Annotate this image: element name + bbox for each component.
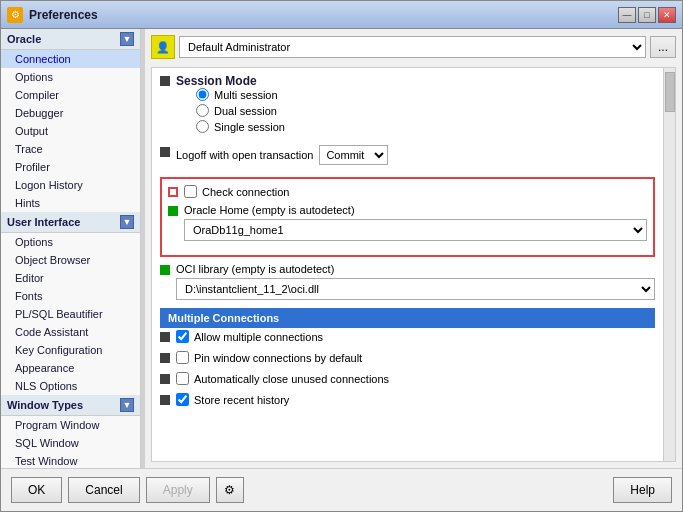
- sidebar-item-output[interactable]: Output: [1, 122, 140, 140]
- sidebar-item-key-configuration[interactable]: Key Configuration: [1, 341, 140, 359]
- right-panel: 👤 Default Administrator ...: [145, 29, 682, 468]
- allow-multiple-checkbox[interactable]: [176, 330, 189, 343]
- pin-window-row[interactable]: Pin window connections by default: [176, 351, 362, 364]
- oracle-group-label: Oracle: [7, 33, 41, 45]
- ok-button[interactable]: OK: [11, 477, 62, 503]
- oracle-home-row: Oracle Home (empty is autodetect) OraDb1…: [168, 204, 647, 245]
- sidebar-item-connection[interactable]: Connection: [1, 50, 140, 68]
- window-icon: ⚙: [7, 7, 23, 23]
- sidebar-item-editor[interactable]: Editor: [1, 269, 140, 287]
- sidebar-item-appearance[interactable]: Appearance: [1, 359, 140, 377]
- settings-scroll-area[interactable]: Session Mode Multi session Dual session: [152, 68, 663, 461]
- help-button[interactable]: Help: [613, 477, 672, 503]
- allow-multiple-text: Allow multiple connections: [194, 331, 323, 343]
- pin-window-section: Pin window connections by default: [160, 351, 655, 368]
- sidebar-item-trace[interactable]: Trace: [1, 140, 140, 158]
- oracle-home-section: Oracle Home (empty is autodetect) OraDb1…: [168, 204, 647, 245]
- auto-close-text: Automatically close unused connections: [194, 373, 389, 385]
- more-options-button[interactable]: ...: [650, 36, 676, 58]
- oracle-home-dropdown-wrapper: OraDb11g_home1: [184, 219, 647, 241]
- cancel-button[interactable]: Cancel: [68, 477, 139, 503]
- check-connection-label-row[interactable]: Check connection: [184, 185, 289, 198]
- multiple-connections-row[interactable]: Multiple Connections: [160, 308, 655, 328]
- sidebar-item-nls-options[interactable]: NLS Options: [1, 377, 140, 395]
- profile-dropdown[interactable]: Default Administrator: [179, 36, 646, 58]
- session-mode-icon: [160, 76, 170, 86]
- oracle-group-arrow: ▼: [120, 32, 134, 46]
- connection-box: Check connection Oracle Home (empty is a…: [160, 177, 655, 257]
- sidebar-item-options[interactable]: Options: [1, 68, 140, 86]
- radio-dual-session-label: Dual session: [214, 105, 277, 117]
- window-types-group-label: Window Types: [7, 399, 83, 411]
- store-history-row[interactable]: Store recent history: [176, 393, 289, 406]
- sidebar-item-ui-options[interactable]: Options: [1, 233, 140, 251]
- sidebar-item-sql-window[interactable]: SQL Window: [1, 434, 140, 452]
- profile-toolbar: 👤 Default Administrator ...: [151, 35, 676, 59]
- profile-dropdown-wrapper: Default Administrator: [179, 36, 646, 58]
- radio-single-session-input[interactable]: [196, 120, 209, 133]
- sidebar-item-plsql-beautifier[interactable]: PL/SQL Beautifier: [1, 305, 140, 323]
- ui-group-arrow: ▼: [120, 215, 134, 229]
- session-mode-content: Session Mode Multi session Dual session: [176, 74, 655, 141]
- oracle-home-dropdown[interactable]: OraDb11g_home1: [184, 219, 647, 241]
- window-title: Preferences: [29, 8, 618, 22]
- commit-dropdown[interactable]: Commit Rollback Ask: [319, 145, 388, 165]
- auto-close-icon: [160, 374, 170, 384]
- check-connection-icon: [168, 187, 178, 197]
- radio-multi-session[interactable]: Multi session: [196, 88, 655, 101]
- minimize-button[interactable]: —: [618, 7, 636, 23]
- sidebar-group-user-interface[interactable]: User Interface ▼: [1, 212, 140, 233]
- sidebar-item-logon-history[interactable]: Logon History: [1, 176, 140, 194]
- store-history-checkbox[interactable]: [176, 393, 189, 406]
- allow-multiple-row[interactable]: Allow multiple connections: [176, 330, 323, 343]
- preferences-window: ⚙ Preferences — □ ✕ Oracle ▼ Connection …: [0, 0, 683, 512]
- multiple-connections-label: Multiple Connections: [168, 312, 279, 324]
- title-bar: ⚙ Preferences — □ ✕: [1, 1, 682, 29]
- oci-icon: [160, 265, 170, 275]
- sidebar-item-hints[interactable]: Hints: [1, 194, 140, 212]
- sidebar-item-fonts[interactable]: Fonts: [1, 287, 140, 305]
- store-history-text: Store recent history: [194, 394, 289, 406]
- radio-dual-session[interactable]: Dual session: [196, 104, 655, 117]
- oci-label: OCI library (empty is autodetect): [176, 263, 655, 275]
- sidebar-item-code-assistant[interactable]: Code Assistant: [1, 323, 140, 341]
- radio-dual-session-input[interactable]: [196, 104, 209, 117]
- check-connection-checkbox[interactable]: [184, 185, 197, 198]
- radio-single-session[interactable]: Single session: [196, 120, 655, 133]
- oci-library-dropdown[interactable]: D:\instantclient_11_2\oci.dll: [176, 278, 655, 300]
- auto-close-checkbox[interactable]: [176, 372, 189, 385]
- oracle-home-label: Oracle Home (empty is autodetect): [184, 204, 647, 216]
- settings-content: Session Mode Multi session Dual session: [152, 68, 663, 420]
- close-button[interactable]: ✕: [658, 7, 676, 23]
- oracle-home-icon: [168, 206, 178, 216]
- pin-window-checkbox[interactable]: [176, 351, 189, 364]
- apply-button[interactable]: Apply: [146, 477, 210, 503]
- logoff-icon: [160, 147, 170, 157]
- main-content: Oracle ▼ Connection Options Compiler Deb…: [1, 29, 682, 468]
- scrollbar-track[interactable]: [663, 68, 675, 461]
- sidebar-item-debugger[interactable]: Debugger: [1, 104, 140, 122]
- logoff-section: Logoff with open transaction Commit Roll…: [160, 145, 655, 173]
- sidebar-item-object-browser[interactable]: Object Browser: [1, 251, 140, 269]
- sidebar-item-profiler[interactable]: Profiler: [1, 158, 140, 176]
- radio-multi-session-label: Multi session: [214, 89, 278, 101]
- settings-panel: Session Mode Multi session Dual session: [151, 67, 676, 462]
- session-mode-title: Session Mode: [176, 74, 655, 88]
- tools-icon-button[interactable]: ⚙: [216, 477, 244, 503]
- sidebar-group-window-types[interactable]: Window Types ▼: [1, 395, 140, 416]
- sidebar-group-oracle[interactable]: Oracle ▼: [1, 29, 140, 50]
- oci-library-section: OCI library (empty is autodetect) D:\ins…: [160, 263, 655, 304]
- session-radio-group: Multi session Dual session Single sessio…: [196, 88, 655, 133]
- sidebar-item-program-window[interactable]: Program Window: [1, 416, 140, 434]
- scrollbar-thumb[interactable]: [665, 72, 675, 112]
- check-connection-row: Check connection: [168, 185, 647, 198]
- auto-close-row[interactable]: Automatically close unused connections: [176, 372, 389, 385]
- logoff-row: Logoff with open transaction Commit Roll…: [176, 145, 655, 165]
- window-types-arrow: ▼: [120, 398, 134, 412]
- window-controls: — □ ✕: [618, 7, 676, 23]
- sidebar-item-test-window[interactable]: Test Window: [1, 452, 140, 468]
- user-interface-group-label: User Interface: [7, 216, 80, 228]
- sidebar-item-compiler[interactable]: Compiler: [1, 86, 140, 104]
- radio-multi-session-input[interactable]: [196, 88, 209, 101]
- maximize-button[interactable]: □: [638, 7, 656, 23]
